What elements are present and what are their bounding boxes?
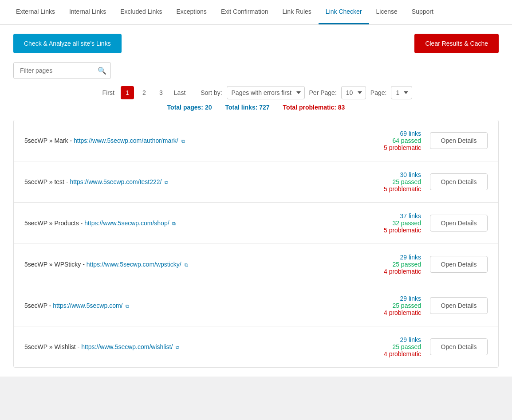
stat-passed: 25 passed <box>354 343 421 350</box>
page-label: Page: <box>370 89 387 96</box>
stat-links: 69 links <box>354 130 421 137</box>
tab-internal-links[interactable]: Internal Links <box>62 0 113 24</box>
total-problematic-label: Total problematic: <box>283 104 336 111</box>
clear-results-button[interactable]: Clear Results & Cache <box>414 34 499 53</box>
open-details-button[interactable]: Open Details <box>430 215 488 232</box>
external-link-icon: ⧉ <box>185 262 188 267</box>
page-breadcrumb: 5secWP » test <box>24 178 64 185</box>
page-breadcrumb: 5secWP <box>24 302 47 309</box>
total-problematic: Total problematic: 83 <box>283 104 345 111</box>
total-pages-label: Total pages: <box>167 104 203 111</box>
stat-problematic: 5 problematic <box>354 144 421 151</box>
external-link-icon: ⧉ <box>126 303 129 309</box>
external-link-icon: ⧉ <box>172 221 176 226</box>
per-page-select[interactable]: 10 20 50 <box>341 86 366 99</box>
stat-passed: 64 passed <box>354 137 421 144</box>
pagination-row: First 1 2 3 Last Sort by: Pages with err… <box>13 86 499 99</box>
result-list: 5secWP » Mark - https://www.5secwp.com/a… <box>13 120 499 368</box>
result-stats: 29 links 25 passed 4 problematic <box>354 254 421 275</box>
page-separator: - <box>83 261 87 268</box>
stat-links: 29 links <box>354 295 421 302</box>
tab-external-links[interactable]: External Links <box>9 0 62 24</box>
last-page-link[interactable]: Last <box>171 87 188 98</box>
tab-exceptions[interactable]: Exceptions <box>169 0 213 24</box>
table-row: 5secWP - https://www.5secwp.com/ ⧉ 29 li… <box>14 285 498 326</box>
page-info: 5secWP » Wishlist - https://www.5secwp.c… <box>24 343 354 350</box>
filter-input-wrap: 🔍 <box>13 62 111 79</box>
total-links: Total links: 727 <box>225 104 270 111</box>
first-page-link[interactable]: First <box>100 87 117 98</box>
total-problematic-value: 83 <box>338 104 345 111</box>
page-info: 5secWP » WPSticky - https://www.5secwp.c… <box>24 261 354 268</box>
stat-links: 29 links <box>354 254 421 261</box>
stat-problematic: 5 problematic <box>354 185 421 192</box>
stat-problematic: 4 problematic <box>354 268 421 275</box>
stat-problematic: 5 problematic <box>354 227 421 234</box>
sort-by-select[interactable]: Pages with errors first Pages with most … <box>227 86 305 99</box>
page-breadcrumb: 5secWP » Mark <box>24 137 68 144</box>
page-info: 5secWP » Products - https://www.5secwp.c… <box>24 220 354 227</box>
page-url[interactable]: https://www.5secwp.com/author/mark/ <box>74 137 178 144</box>
page-num-2[interactable]: 2 <box>138 86 151 99</box>
check-analyze-button[interactable]: Check & Analyze all site's Links <box>13 34 122 53</box>
page-url[interactable]: https://www.5secwp.com/wpsticky/ <box>87 261 181 268</box>
total-pages-value: 20 <box>205 104 212 111</box>
page-breadcrumb: 5secWP » Products <box>24 220 79 227</box>
page-select[interactable]: 1 2 3 <box>391 86 412 99</box>
sort-by-label: Sort by: <box>201 89 222 96</box>
stat-links: 30 links <box>354 171 421 178</box>
total-pages: Total pages: 20 <box>167 104 212 111</box>
filter-row: 🔍 <box>13 62 499 79</box>
open-details-button[interactable]: Open Details <box>430 132 488 149</box>
stat-links: 37 links <box>354 212 421 220</box>
external-link-icon: ⧉ <box>181 138 185 144</box>
search-icon: 🔍 <box>98 67 106 75</box>
page-url[interactable]: https://www.5secwp.com/shop/ <box>84 220 169 227</box>
open-details-button[interactable]: Open Details <box>430 297 488 314</box>
stat-problematic: 4 problematic <box>354 309 421 316</box>
result-stats: 37 links 32 passed 5 problematic <box>354 212 421 234</box>
page-url[interactable]: https://www.5secwp.com/ <box>53 302 122 309</box>
table-row: 5secWP » test - https://www.5secwp.com/t… <box>14 161 498 203</box>
top-actions: Check & Analyze all site's Links Clear R… <box>13 34 499 53</box>
page-url[interactable]: https://www.5secwp.com/wishlist/ <box>81 343 173 350</box>
table-row: 5secWP » Wishlist - https://www.5secwp.c… <box>14 326 498 367</box>
totals-row: Total pages: 20 Total links: 727 Total p… <box>13 104 499 111</box>
page-wrapper: External Links Internal Links Excluded L… <box>0 0 512 377</box>
stat-problematic: 4 problematic <box>354 350 421 357</box>
open-details-button[interactable]: Open Details <box>430 256 488 273</box>
external-link-icon: ⧉ <box>165 180 168 185</box>
nav-tabs: External Links Internal Links Excluded L… <box>0 0 512 25</box>
page-url[interactable]: https://www.5secwp.com/test222/ <box>70 178 161 185</box>
tab-support[interactable]: Support <box>405 0 441 24</box>
tab-link-checker[interactable]: Link Checker <box>319 0 369 24</box>
result-stats: 30 links 25 passed 5 problematic <box>354 171 421 192</box>
tab-excluded-links[interactable]: Excluded Links <box>113 0 169 24</box>
tab-license[interactable]: License <box>369 0 405 24</box>
stat-passed: 25 passed <box>354 178 421 185</box>
tab-link-rules[interactable]: Link Rules <box>275 0 318 24</box>
page-num-1[interactable]: 1 <box>121 86 134 99</box>
stat-passed: 32 passed <box>354 220 421 227</box>
result-stats: 29 links 25 passed 4 problematic <box>354 295 421 316</box>
page-info: 5secWP » Mark - https://www.5secwp.com/a… <box>24 137 354 144</box>
page-breadcrumb: 5secWP » Wishlist <box>24 343 76 350</box>
page-num-3[interactable]: 3 <box>154 86 168 99</box>
page-breadcrumb: 5secWP » WPSticky <box>24 261 81 268</box>
page-separator: - <box>81 220 85 227</box>
open-details-button[interactable]: Open Details <box>430 173 488 190</box>
page-separator: - <box>70 137 74 144</box>
total-links-label: Total links: <box>225 104 258 111</box>
sort-controls: Sort by: Pages with errors first Pages w… <box>201 86 412 99</box>
per-page-label: Per Page: <box>309 89 337 96</box>
result-stats: 69 links 64 passed 5 problematic <box>354 130 421 151</box>
tab-exit-confirmation[interactable]: Exit Confirmation <box>214 0 276 24</box>
external-link-icon: ⧉ <box>176 345 179 350</box>
stat-links: 29 links <box>354 336 421 343</box>
table-row: 5secWP » WPSticky - https://www.5secwp.c… <box>14 244 498 285</box>
filter-pages-input[interactable] <box>13 62 111 79</box>
page-separator: - <box>78 343 82 350</box>
table-row: 5secWP » Mark - https://www.5secwp.com/a… <box>14 120 498 161</box>
page-info: 5secWP - https://www.5secwp.com/ ⧉ <box>24 302 354 309</box>
open-details-button[interactable]: Open Details <box>430 338 488 355</box>
